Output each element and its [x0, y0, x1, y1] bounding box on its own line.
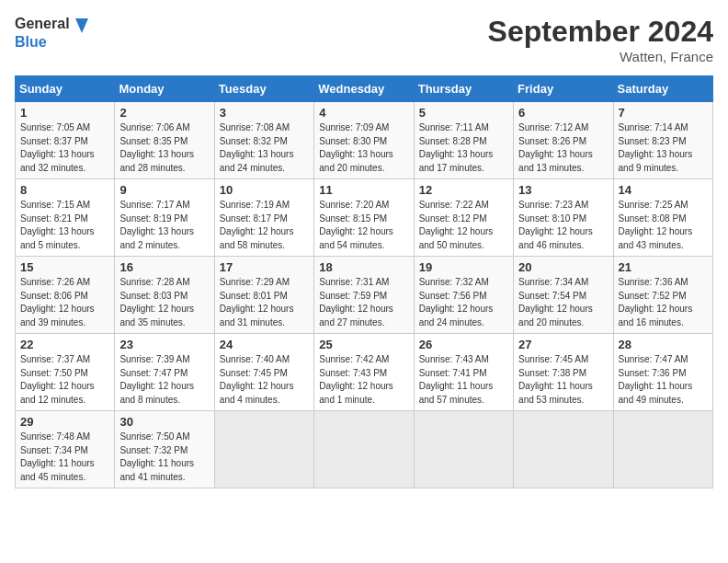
header-wednesday: Wednesday — [314, 76, 414, 102]
day-number: 11 — [319, 183, 408, 197]
day-info: Sunrise: 7:25 AM Sunset: 8:08 PM Dayligh… — [619, 199, 708, 252]
day-number: 1 — [20, 106, 109, 120]
header-friday: Friday — [514, 76, 613, 102]
day-info: Sunrise: 7:40 AM Sunset: 7:45 PM Dayligh… — [220, 353, 309, 407]
day-cell-10: 10 Sunrise: 7:19 AM Sunset: 8:17 PM Dayl… — [214, 179, 313, 257]
day-info: Sunrise: 7:45 AM Sunset: 7:38 PM Dayligh… — [518, 353, 608, 407]
day-cell-15: 15 Sunrise: 7:26 AM Sunset: 8:06 PM Dayl… — [16, 257, 115, 334]
day-number: 20 — [518, 260, 608, 274]
day-cell-9: 9 Sunrise: 7:17 AM Sunset: 8:19 PM Dayli… — [115, 179, 214, 257]
day-info: Sunrise: 7:28 AM Sunset: 8:03 PM Dayligh… — [119, 276, 209, 329]
day-number: 13 — [518, 183, 608, 197]
day-number: 17 — [220, 260, 309, 274]
calendar-title: September 2024 — [488, 15, 713, 49]
week-row-5: 29 Sunrise: 7:48 AM Sunset: 7:34 PM Dayl… — [16, 411, 713, 488]
day-number: 12 — [419, 183, 508, 197]
day-number: 4 — [319, 106, 408, 120]
day-number: 5 — [419, 106, 508, 120]
week-row-2: 8 Sunrise: 7:15 AM Sunset: 8:21 PM Dayli… — [16, 179, 713, 257]
day-info: Sunrise: 7:08 AM Sunset: 8:32 PM Dayligh… — [220, 121, 309, 175]
empty-cell — [414, 411, 513, 488]
day-cell-3: 3 Sunrise: 7:08 AM Sunset: 8:32 PM Dayli… — [214, 102, 313, 179]
day-number: 22 — [20, 338, 109, 351]
day-info: Sunrise: 7:14 AM Sunset: 8:23 PM Dayligh… — [619, 121, 708, 175]
page-header: General Blue September 2024 Watten, Fran… — [15, 15, 713, 64]
day-cell-13: 13 Sunrise: 7:23 AM Sunset: 8:10 PM Dayl… — [514, 179, 613, 257]
day-number: 2 — [119, 106, 209, 120]
empty-cell — [314, 411, 414, 488]
day-cell-23: 23 Sunrise: 7:39 AM Sunset: 7:47 PM Dayl… — [115, 334, 214, 411]
empty-cell — [613, 411, 712, 488]
day-cell-6: 6 Sunrise: 7:12 AM Sunset: 8:26 PM Dayli… — [514, 102, 613, 179]
week-row-3: 15 Sunrise: 7:26 AM Sunset: 8:06 PM Dayl… — [16, 257, 713, 334]
empty-cell — [214, 411, 313, 488]
day-cell-1: 1 Sunrise: 7:05 AM Sunset: 8:37 PM Dayli… — [16, 102, 115, 179]
header-tuesday: Tuesday — [214, 76, 313, 102]
day-cell-19: 19 Sunrise: 7:32 AM Sunset: 7:56 PM Dayl… — [414, 257, 513, 334]
day-cell-27: 27 Sunrise: 7:45 AM Sunset: 7:38 PM Dayl… — [514, 334, 613, 411]
day-info: Sunrise: 7:26 AM Sunset: 8:06 PM Dayligh… — [20, 276, 109, 329]
day-number: 29 — [20, 415, 109, 429]
day-cell-5: 5 Sunrise: 7:11 AM Sunset: 8:28 PM Dayli… — [414, 102, 513, 179]
day-number: 7 — [619, 106, 708, 120]
day-number: 15 — [20, 260, 109, 274]
day-number: 9 — [119, 183, 209, 197]
day-number: 16 — [119, 260, 209, 274]
day-info: Sunrise: 7:50 AM Sunset: 7:32 PM Dayligh… — [119, 431, 209, 484]
day-number: 10 — [220, 183, 309, 197]
day-cell-7: 7 Sunrise: 7:14 AM Sunset: 8:23 PM Dayli… — [613, 102, 712, 179]
day-number: 14 — [619, 183, 708, 197]
day-number: 26 — [419, 338, 508, 351]
day-info: Sunrise: 7:39 AM Sunset: 7:47 PM Dayligh… — [119, 353, 209, 407]
day-number: 24 — [220, 338, 309, 351]
day-info: Sunrise: 7:47 AM Sunset: 7:36 PM Dayligh… — [619, 353, 708, 407]
day-cell-12: 12 Sunrise: 7:22 AM Sunset: 8:12 PM Dayl… — [414, 179, 513, 257]
calendar-body: 1 Sunrise: 7:05 AM Sunset: 8:37 PM Dayli… — [16, 102, 713, 488]
calendar-subtitle: Watten, France — [488, 49, 713, 64]
day-info: Sunrise: 7:37 AM Sunset: 7:50 PM Dayligh… — [20, 353, 109, 407]
day-info: Sunrise: 7:48 AM Sunset: 7:34 PM Dayligh… — [20, 431, 109, 484]
day-info: Sunrise: 7:43 AM Sunset: 7:41 PM Dayligh… — [419, 353, 508, 407]
header-thursday: Thursday — [414, 76, 513, 102]
day-info: Sunrise: 7:12 AM Sunset: 8:26 PM Dayligh… — [518, 121, 608, 175]
day-number: 6 — [518, 106, 608, 120]
day-info: Sunrise: 7:29 AM Sunset: 8:01 PM Dayligh… — [220, 276, 309, 329]
week-row-1: 1 Sunrise: 7:05 AM Sunset: 8:37 PM Dayli… — [16, 102, 713, 179]
day-info: Sunrise: 7:06 AM Sunset: 8:35 PM Dayligh… — [119, 121, 209, 175]
day-number: 21 — [619, 260, 708, 274]
day-cell-30: 30 Sunrise: 7:50 AM Sunset: 7:32 PM Dayl… — [115, 411, 214, 488]
weekday-header-row: Sunday Monday Tuesday Wednesday Thursday… — [16, 76, 713, 102]
week-row-4: 22 Sunrise: 7:37 AM Sunset: 7:50 PM Dayl… — [16, 334, 713, 411]
day-info: Sunrise: 7:05 AM Sunset: 8:37 PM Dayligh… — [20, 121, 109, 175]
calendar-table: Sunday Monday Tuesday Wednesday Thursday… — [15, 75, 713, 488]
day-number: 23 — [119, 338, 209, 351]
empty-cell — [514, 411, 613, 488]
day-cell-2: 2 Sunrise: 7:06 AM Sunset: 8:35 PM Dayli… — [115, 102, 214, 179]
day-number: 19 — [419, 260, 508, 274]
day-cell-4: 4 Sunrise: 7:09 AM Sunset: 8:30 PM Dayli… — [314, 102, 414, 179]
day-info: Sunrise: 7:42 AM Sunset: 7:43 PM Dayligh… — [319, 353, 408, 407]
day-info: Sunrise: 7:23 AM Sunset: 8:10 PM Dayligh… — [518, 199, 608, 252]
day-cell-20: 20 Sunrise: 7:34 AM Sunset: 7:54 PM Dayl… — [514, 257, 613, 334]
day-info: Sunrise: 7:17 AM Sunset: 8:19 PM Dayligh… — [119, 199, 209, 252]
day-cell-28: 28 Sunrise: 7:47 AM Sunset: 7:36 PM Dayl… — [613, 334, 712, 411]
day-info: Sunrise: 7:31 AM Sunset: 7:59 PM Dayligh… — [319, 276, 408, 329]
day-cell-21: 21 Sunrise: 7:36 AM Sunset: 7:52 PM Dayl… — [613, 257, 712, 334]
header-monday: Monday — [115, 76, 214, 102]
svg-marker-0 — [75, 18, 88, 33]
day-cell-25: 25 Sunrise: 7:42 AM Sunset: 7:43 PM Dayl… — [314, 334, 414, 411]
day-cell-17: 17 Sunrise: 7:29 AM Sunset: 8:01 PM Dayl… — [214, 257, 313, 334]
day-info: Sunrise: 7:32 AM Sunset: 7:56 PM Dayligh… — [419, 276, 508, 329]
day-number: 30 — [119, 415, 209, 429]
header-saturday: Saturday — [613, 76, 712, 102]
day-cell-14: 14 Sunrise: 7:25 AM Sunset: 8:08 PM Dayl… — [613, 179, 712, 257]
day-cell-24: 24 Sunrise: 7:40 AM Sunset: 7:45 PM Dayl… — [214, 334, 313, 411]
day-cell-16: 16 Sunrise: 7:28 AM Sunset: 8:03 PM Dayl… — [115, 257, 214, 334]
day-info: Sunrise: 7:22 AM Sunset: 8:12 PM Dayligh… — [419, 199, 508, 252]
day-info: Sunrise: 7:09 AM Sunset: 8:30 PM Dayligh… — [319, 121, 408, 175]
day-cell-22: 22 Sunrise: 7:37 AM Sunset: 7:50 PM Dayl… — [16, 334, 115, 411]
day-cell-29: 29 Sunrise: 7:48 AM Sunset: 7:34 PM Dayl… — [16, 411, 115, 488]
day-info: Sunrise: 7:36 AM Sunset: 7:52 PM Dayligh… — [619, 276, 708, 329]
logo: General Blue — [15, 15, 88, 51]
day-number: 18 — [319, 260, 408, 274]
